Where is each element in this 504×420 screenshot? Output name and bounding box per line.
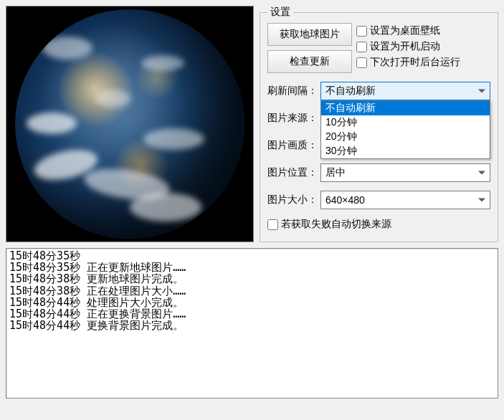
refresh-option-10min[interactable]: 10分钟 — [321, 115, 490, 130]
image-position-combo[interactable]: 居中 — [320, 163, 490, 182]
refresh-option-20min[interactable]: 20分钟 — [321, 130, 490, 144]
refresh-interval-label: 刷新间隔： — [267, 85, 318, 97]
background-next-input[interactable] — [356, 57, 367, 68]
background-next-checkbox[interactable]: 下次打开时后台运行 — [356, 56, 460, 69]
check-update-button[interactable]: 检查更新 — [267, 50, 352, 73]
chevron-down-icon — [478, 90, 485, 93]
refresh-option-none[interactable]: 不自动刷新 — [321, 101, 490, 115]
image-size-value: 640×480 — [325, 194, 365, 206]
settings-legend: 设置 — [267, 6, 293, 19]
image-position-value: 居中 — [325, 166, 346, 179]
get-earth-image-button[interactable]: 获取地球图片 — [267, 23, 352, 46]
autostart-label: 设置为开机启动 — [370, 40, 440, 53]
image-size-combo[interactable]: 640×480 — [320, 191, 490, 209]
refresh-interval-dropdown[interactable]: 不自动刷新 10分钟 20分钟 30分钟 — [320, 100, 490, 159]
set-wallpaper-checkbox[interactable]: 设置为桌面壁纸 — [356, 24, 460, 37]
refresh-interval-value: 不自动刷新 — [325, 85, 376, 97]
earth-image — [15, 9, 244, 239]
set-wallpaper-label: 设置为桌面壁纸 — [370, 24, 440, 37]
autostart-input[interactable] — [356, 42, 367, 52]
auto-switch-source-label: 若获取失败自动切换来源 — [281, 218, 391, 231]
set-wallpaper-input[interactable] — [356, 26, 367, 37]
autostart-checkbox[interactable]: 设置为开机启动 — [356, 40, 460, 53]
settings-group: 设置 获取地球图片 检查更新 设置为桌面壁纸 设置为开机启动 下次打开时后台运行 — [260, 6, 498, 242]
auto-switch-source-input[interactable] — [267, 219, 278, 230]
background-next-label: 下次打开时后台运行 — [370, 56, 460, 69]
log-textarea[interactable]: 15时48分35秒 15时48分35秒 正在更新地球图片…… 15时48分38秒… — [6, 248, 498, 398]
image-position-label: 图片位置： — [267, 166, 318, 179]
refresh-interval-combo[interactable]: 不自动刷新 — [320, 82, 490, 100]
image-source-label: 图片来源： — [267, 112, 318, 125]
refresh-option-30min[interactable]: 30分钟 — [321, 144, 490, 158]
chevron-down-icon — [478, 171, 485, 175]
chevron-down-icon — [478, 199, 485, 202]
image-size-label: 图片大小： — [267, 194, 318, 206]
auto-switch-source-checkbox[interactable]: 若获取失败自动切换来源 — [267, 218, 391, 231]
image-quality-label: 图片画质： — [267, 139, 318, 152]
earth-preview — [6, 6, 254, 242]
